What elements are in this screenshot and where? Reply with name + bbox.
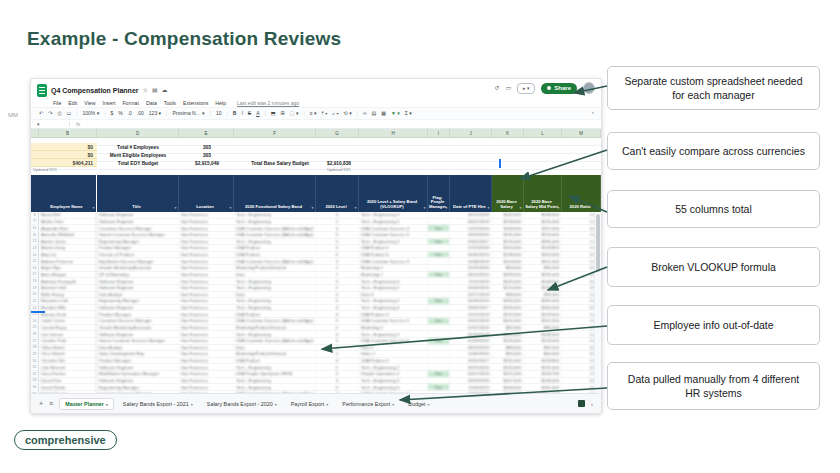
cell[interactable]: San Francisco [179, 305, 234, 311]
cell[interactable]: $205,000 [524, 252, 562, 258]
cell[interactable]: Tech - Engineering [234, 364, 316, 370]
column-header[interactable]: Location▼ [179, 175, 234, 212]
cell[interactable]: 3 [316, 278, 359, 284]
cell[interactable]: Carl Jensen [39, 331, 97, 337]
cell[interactable]: Sales Development Rep [97, 351, 179, 357]
cell[interactable] [428, 285, 450, 291]
cell[interactable]: San Francisco [179, 325, 234, 331]
cell[interactable]: $121,000 [492, 371, 524, 377]
toolbar-button[interactable]: ↶ [39, 111, 43, 116]
cell[interactable]: Engineering Manager [97, 298, 179, 304]
column-letter[interactable]: K [492, 129, 524, 137]
cell[interactable]: $118,700 [524, 371, 562, 377]
menu-item-help[interactable]: Help [215, 100, 226, 106]
cell[interactable]: VP of Marketing [97, 272, 179, 278]
cell[interactable]: $104,000 [492, 258, 524, 264]
toolbar-button[interactable]: ⤶ ▾ [332, 111, 338, 116]
cell[interactable]: 5 [316, 298, 359, 304]
cell[interactable]: $86,200 [524, 325, 562, 331]
cell[interactable]: USA Product [234, 311, 316, 317]
toolbar-button[interactable]: ⟲ ▾ [344, 111, 352, 116]
cell[interactable]: Benjamin Cole [39, 298, 97, 304]
cell[interactable]: 02/11/2016 [450, 225, 492, 231]
cell[interactable]: 6 [316, 252, 359, 258]
row-number[interactable]: 34 [31, 384, 39, 390]
cell[interactable]: Yes [428, 371, 450, 377]
cell[interactable]: Software Engineer [97, 285, 179, 291]
last-edit-link[interactable]: Last edit was 2 minutes ago [237, 100, 299, 106]
cell[interactable]: 03/02/2017 [450, 239, 492, 245]
column-letter[interactable]: J [450, 129, 492, 137]
star-icon[interactable]: ☆ [143, 87, 148, 93]
cell[interactable]: San Francisco [179, 239, 234, 245]
cell[interactable]: Marketing 2 [359, 265, 428, 271]
row-number[interactable]: 18 [31, 278, 39, 284]
cell[interactable]: Software Engineer [97, 331, 179, 337]
cell[interactable]: Aaron Bell [39, 212, 97, 218]
row-number[interactable]: 32 [31, 371, 39, 377]
cell[interactable]: 04/13/2018 [450, 212, 492, 218]
cell[interactable]: 07/19/2018 [450, 245, 492, 251]
cell[interactable]: Tech - Engineering [234, 331, 316, 337]
cell[interactable]: San Francisco [179, 212, 234, 218]
cell[interactable]: San Francisco [179, 378, 234, 384]
cell[interactable]: Product Manager [97, 358, 179, 364]
row-number[interactable]: 9 [31, 219, 39, 225]
cell[interactable]: $148,500 [524, 331, 562, 337]
cell[interactable]: 4 [316, 225, 359, 231]
cell[interactable] [428, 358, 450, 364]
cell[interactable]: 09/23/2015 [450, 232, 492, 238]
menu-item-extensions[interactable]: Extensions [183, 100, 208, 106]
cell[interactable] [428, 331, 450, 337]
cell[interactable]: 5 [316, 384, 359, 390]
column-header[interactable]: 2020 Base Salary Mid Point▼ [524, 175, 562, 212]
document-title[interactable]: Q4 Compensation Planner [51, 87, 139, 94]
cell[interactable] [428, 265, 450, 271]
share-button[interactable]: Share [541, 83, 577, 94]
cell[interactable]: Marketing/Product/General [234, 265, 316, 271]
toolbar-button[interactable]: ⬚ ▾ [290, 111, 299, 116]
cell[interactable]: USA Customer Success 5 [359, 338, 428, 344]
cell[interactable]: 03/21/2018 [450, 318, 492, 324]
folder-icon[interactable]: ▤ [152, 87, 158, 93]
row-number[interactable]: 15 [31, 258, 39, 264]
cell[interactable]: $145,000 [492, 278, 524, 284]
cell[interactable]: Chloe Martin [39, 345, 97, 351]
cell[interactable]: $228,000 [492, 272, 524, 278]
filter-icon[interactable]: ▼ [596, 207, 599, 210]
cell[interactable]: 4 [316, 358, 359, 364]
cell[interactable]: 2 [316, 345, 359, 351]
row-number[interactable]: 29 [31, 351, 39, 357]
cell[interactable]: 01/09/2015 [450, 338, 492, 344]
cell[interactable]: 11/11/2018 [450, 278, 492, 284]
cell[interactable] [428, 305, 450, 311]
cell[interactable]: 3 [316, 311, 359, 317]
cell[interactable]: Tech - Engineering 3 [359, 212, 428, 218]
cell[interactable]: David Okafor [39, 384, 97, 390]
cell[interactable]: 06/01/2019 [450, 219, 492, 225]
filter-icon[interactable]: ▼ [354, 207, 357, 210]
cell[interactable]: 3 [316, 378, 359, 384]
cell[interactable]: Big Market Success Manager [97, 258, 179, 264]
cell[interactable]: $156,000 [492, 305, 524, 311]
cell[interactable]: $148,500 [524, 378, 562, 384]
cell[interactable]: $128,000 [492, 219, 524, 225]
cell[interactable]: USA Customer Success 4 [359, 225, 428, 231]
cell[interactable]: USA Product [234, 252, 316, 258]
column-letter[interactable]: D [97, 129, 179, 137]
column-letter[interactable]: M [562, 129, 601, 137]
cell[interactable]: USA Product 4 [359, 358, 428, 364]
cell[interactable]: $149,000 [492, 331, 524, 337]
menu-item-insert[interactable]: Insert [102, 100, 115, 106]
row-number[interactable]: 21 [31, 298, 39, 304]
column-letter[interactable]: L [524, 129, 562, 137]
cell[interactable]: Tech - Engineering [234, 305, 316, 311]
cell[interactable] [428, 212, 450, 218]
cell[interactable]: $126,000 [524, 232, 562, 238]
cell[interactable]: Software Engineer [97, 278, 179, 284]
cell[interactable]: Tech - Engineering 5 [359, 239, 428, 245]
cell[interactable]: $101,000 [492, 318, 524, 324]
cell[interactable]: Data 3 [359, 292, 428, 298]
row-number[interactable]: 14 [31, 252, 39, 258]
menu-item-edit[interactable]: Edit [68, 100, 77, 106]
